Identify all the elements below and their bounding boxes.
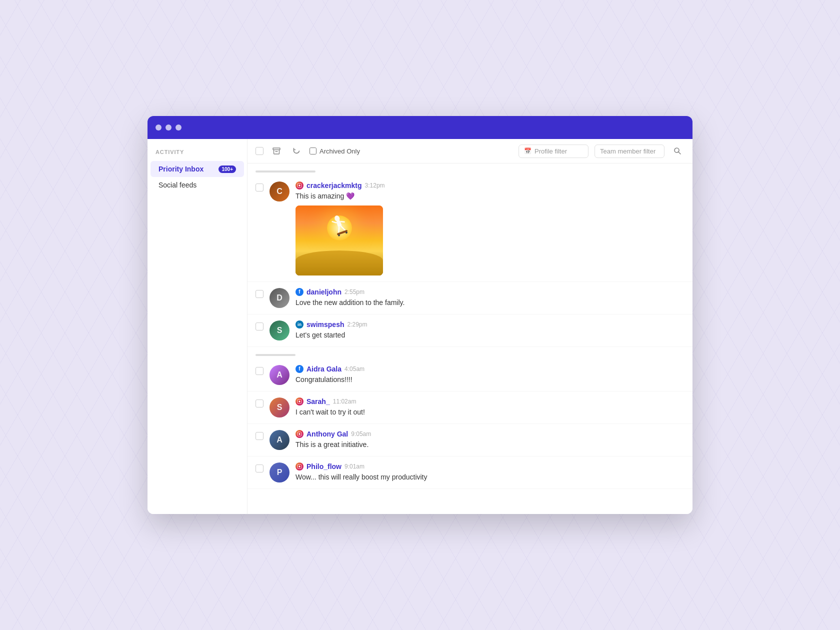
retweet-btn-danieljohn[interactable] [636,288,650,302]
username-sarah[interactable]: Sarah_ [306,398,330,406]
item-header-sarah: Sarah_ 11:02am [296,398,614,406]
svg-point-22 [680,326,680,328]
timestamp-crackerjackmktg: 3:12pm [365,182,385,189]
sidebar-item-priority-inbox[interactable]: Priority Inbox 100+ [150,161,244,177]
item-header-crackerjackmktg: crackerjackmktg 3:12pm [296,182,614,190]
svg-line-2 [678,152,680,154]
avatar-person-aidra-gala: A [270,365,290,385]
search-icon [674,147,682,155]
reply-btn-swimspesh[interactable] [654,320,668,334]
item-checkbox-danieljohn[interactable] [256,290,264,298]
svg-point-28 [674,404,676,404]
avatar-person-philo-flow: P [270,462,290,482]
title-bar [148,116,692,139]
item-checkbox-anthony-gal[interactable] [256,432,264,440]
svg-point-29 [677,404,678,404]
facebook-icon-danieljohn: f [296,288,304,296]
comment-btn-sarah[interactable] [620,398,634,412]
comment-btn-swimspesh[interactable] [620,320,634,334]
item-checkbox-swimspesh[interactable] [256,322,264,330]
item-header-anthony-gal: Anthony Gal 9:05am [296,430,614,438]
item-checkbox-aidra-gala[interactable] [256,367,264,375]
item-text-sarah: I can't wait to try it out! [296,408,614,418]
team-member-filter-label: Team member filter [600,148,656,155]
priority-inbox-badge: 100+ [218,166,236,173]
select-all-checkbox[interactable] [256,147,264,155]
traffic-light-maximize[interactable] [176,124,182,130]
comment-btn-danieljohn[interactable] [620,288,634,302]
svg-point-19 [680,294,680,295]
item-text-philo-flow: Wow... this will really boost my product… [296,472,614,482]
archive-icon [272,147,280,155]
item-text-crackerjackmktg: This is amazing 💜 [296,192,614,202]
feed-item-philo-flow: P Philo_flow 9:01am Wow... this will rea… [248,456,692,489]
item-checkbox-crackerjackmktg[interactable] [256,184,264,192]
comment-btn-crackerjackmktg[interactable] [620,182,634,196]
reply-btn-sarah[interactable] [654,398,668,412]
more-btn-danieljohn[interactable] [670,288,684,302]
reply-btn-philo-flow[interactable] [654,462,668,476]
username-anthony-gal[interactable]: Anthony Gal [306,430,348,438]
comment-btn-anthony-gal[interactable] [620,430,634,444]
feed-area[interactable]: C crackerjackmktg 3:12pm This is amazing… [248,164,692,514]
username-philo-flow[interactable]: Philo_flow [306,462,342,470]
svg-point-30 [680,404,680,404]
sidebar-section-label: ACTIVITY [148,149,247,161]
username-danieljohn[interactable]: danieljohn [306,288,342,296]
reply-btn-anthony-gal[interactable] [654,430,668,444]
reply-btn-aidra-gala[interactable] [654,365,668,379]
traffic-light-close[interactable] [156,124,162,130]
retweet-btn-aidra-gala[interactable] [636,365,650,379]
app-window: ACTIVITY Priority Inbox 100+ Social feed… [148,116,692,514]
svg-rect-0 [273,148,280,150]
feed-item-swimspesh: S in swimspesh 2:29pm Let's get started [248,314,692,347]
more-btn-crackerjackmktg[interactable] [670,182,684,196]
item-checkbox-philo-flow[interactable] [256,464,264,472]
username-aidra-gala[interactable]: Aidra Gala [306,365,342,373]
item-content-anthony-gal: Anthony Gal 9:05am This is a great initi… [296,430,614,450]
archived-only-checkbox[interactable] [310,148,316,154]
comment-btn-aidra-gala[interactable] [620,365,634,379]
more-btn-anthony-gal[interactable] [670,430,684,444]
calendar-icon: 📅 [524,148,532,154]
item-checkbox-sarah[interactable] [256,400,264,408]
team-member-filter[interactable]: Team member filter [594,144,664,158]
separator-line-1 [256,170,316,172]
svg-point-34 [677,436,678,437]
username-crackerjackmktg[interactable]: crackerjackmktg [306,182,362,190]
refresh-button[interactable] [290,144,304,158]
more-btn-philo-flow[interactable] [670,462,684,476]
retweet-btn-sarah[interactable] [636,398,650,412]
svg-point-40 [680,468,680,470]
username-swimspesh[interactable]: swimspesh [306,320,344,328]
comment-btn-philo-flow[interactable] [620,462,634,476]
archive-button[interactable] [270,144,284,158]
feed-item-aidra-gala: A f Aidra Gala 4:05am Congratulations!!!… [248,359,692,392]
archived-only-filter[interactable]: Archived Only [310,148,360,155]
svg-point-33 [674,436,676,437]
feed-item-anthony-gal: A Anthony Gal 9:05am This is a great ini… [248,424,692,456]
item-content-sarah: Sarah_ 11:02am I can't wait to try it ou… [296,398,614,418]
more-btn-aidra-gala[interactable] [670,365,684,379]
timestamp-danieljohn: 2:55pm [344,288,364,296]
search-button[interactable] [670,144,684,158]
profile-filter[interactable]: 📅 Profile filter [518,144,588,158]
toolbar: Archived Only 📅 Profile filter Team memb… [248,139,692,164]
item-text-aidra-gala: Congratulations!!!! [296,375,614,385]
retweet-btn-crackerjackmktg[interactable] [636,182,650,196]
svg-point-35 [680,436,680,437]
retweet-btn-philo-flow[interactable] [636,462,650,476]
traffic-light-minimize[interactable] [166,124,172,130]
avatar-crackerjackmktg: C [270,182,290,202]
retweet-btn-anthony-gal[interactable] [636,430,650,444]
retweet-btn-swimspesh[interactable] [636,320,650,334]
reply-btn-crackerjackmktg[interactable] [654,182,668,196]
more-btn-swimspesh[interactable] [670,320,684,334]
svg-point-20 [674,326,676,328]
more-btn-sarah[interactable] [670,398,684,412]
timestamp-swimspesh: 2:29pm [347,321,367,328]
avatar-danieljohn: D [270,288,290,308]
reply-btn-danieljohn[interactable] [654,288,668,302]
sidebar-item-social-feeds[interactable]: Social feeds [150,177,244,193]
feed-item-sarah: S Sarah_ 11:02am I can't wait to try it … [248,392,692,424]
